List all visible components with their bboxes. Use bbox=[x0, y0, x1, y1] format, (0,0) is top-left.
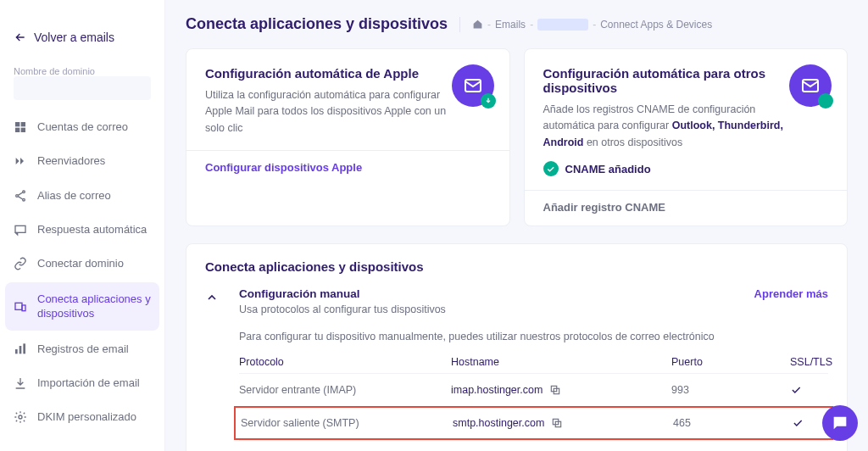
gear-icon bbox=[14, 410, 29, 424]
card-apple-autoconfig: Configuración automática de Apple Utiliz… bbox=[186, 48, 510, 226]
download-icon bbox=[14, 376, 29, 390]
sidebar-item-connect-domain[interactable]: Conectar dominio bbox=[0, 247, 164, 281]
manual-config-section: Conecta aplicaciones y dispositivos Conf… bbox=[186, 243, 848, 451]
sidebar-item-label: DKIM personalizado bbox=[37, 410, 136, 424]
svg-rect-3 bbox=[21, 128, 25, 132]
sidebar-item-label: Alias de correo bbox=[37, 189, 111, 203]
cell-ssl bbox=[790, 384, 828, 396]
chevron-up-icon bbox=[205, 291, 225, 304]
col-header-hostname: Hostname bbox=[451, 356, 671, 368]
copy-icon[interactable] bbox=[549, 384, 561, 396]
sidebar-item-connect-apps[interactable]: Conecta aplicaciones y dispositivos bbox=[5, 282, 159, 331]
svg-point-13 bbox=[19, 415, 22, 419]
back-to-emails-link[interactable]: Volver a emails bbox=[0, 15, 164, 56]
svg-point-6 bbox=[23, 198, 25, 201]
cell-protocol: Servidor entrante (IMAP) bbox=[239, 384, 451, 396]
card-title: Configuración automática de Apple bbox=[205, 66, 491, 81]
table-row: Servidor entrante (IMAP) imap.hostinger.… bbox=[239, 373, 828, 406]
domain-name-value[interactable] bbox=[14, 76, 151, 100]
sidebar-item-label: Registros de email bbox=[37, 342, 129, 356]
arrow-left-icon bbox=[14, 31, 27, 44]
message-icon bbox=[14, 223, 29, 237]
svg-rect-2 bbox=[15, 128, 19, 132]
mail-icon bbox=[452, 64, 494, 107]
cell-hostname: smtp.hostinger.com bbox=[453, 417, 544, 429]
svg-rect-11 bbox=[19, 346, 22, 354]
card-other-autoconfig: Configuración automática para otros disp… bbox=[524, 48, 849, 226]
cell-ssl bbox=[792, 417, 826, 429]
mail-icon bbox=[789, 64, 832, 107]
svg-point-5 bbox=[16, 194, 19, 197]
status-badge-icon bbox=[818, 93, 833, 109]
card-desc: Utiliza la configuración automática para… bbox=[205, 87, 459, 136]
manual-config-subtitle: Usa protocolos al configurar tus disposi… bbox=[239, 303, 446, 315]
breadcrumb-domain[interactable] bbox=[537, 19, 588, 31]
link-icon bbox=[14, 257, 29, 270]
breadcrumb-current: Connect Apps & Devices bbox=[600, 19, 712, 31]
check-circle-icon bbox=[543, 161, 559, 176]
download-badge-icon bbox=[481, 93, 496, 109]
sidebar-item-import[interactable]: Importación de email bbox=[0, 366, 164, 400]
sidebar-item-label: Conecta aplicaciones y dispositivos bbox=[37, 292, 151, 320]
breadcrumb-emails[interactable]: Emails bbox=[495, 19, 526, 31]
svg-rect-10 bbox=[15, 349, 18, 354]
sidebar-item-label: Conectar dominio bbox=[37, 257, 124, 270]
sidebar: Volver a emails Nombre de dominio Cuenta… bbox=[0, 0, 165, 451]
cell-port: 465 bbox=[673, 417, 792, 429]
section-title: Conecta aplicaciones y dispositivos bbox=[205, 259, 828, 274]
page-title: Conecta aplicaciones y dispositivos bbox=[186, 15, 448, 33]
chat-support-button[interactable] bbox=[822, 405, 858, 441]
home-icon[interactable] bbox=[472, 19, 483, 30]
add-cname-link[interactable]: Añadir registro CNAME bbox=[543, 201, 829, 214]
col-header-ssl: SSL/TLS bbox=[790, 356, 837, 368]
sidebar-item-email-logs[interactable]: Registros de email bbox=[0, 332, 164, 366]
col-header-protocol: Protocolo bbox=[239, 356, 451, 368]
sidebar-item-label: Importación de email bbox=[37, 376, 140, 390]
table-row: Servidor entrante (POP) pop.hostinger.co… bbox=[239, 440, 828, 451]
cell-hostname: imap.hostinger.com bbox=[451, 384, 542, 396]
sidebar-item-label: Cuentas de correo bbox=[37, 120, 128, 134]
chat-icon bbox=[831, 414, 849, 432]
cell-protocol: Servidor saliente (SMTP) bbox=[241, 417, 453, 429]
domain-name-label: Nombre de dominio bbox=[0, 56, 164, 76]
sidebar-item-autoresponder[interactable]: Respuesta automática bbox=[0, 213, 164, 247]
sidebar-item-label: Reenviadores bbox=[37, 154, 105, 168]
table-row: Servidor saliente (SMTP) smtp.hostinger.… bbox=[234, 406, 833, 440]
configure-apple-link[interactable]: Configurar dispositivos Apple bbox=[205, 161, 491, 174]
sidebar-item-forwarders[interactable]: Reenviadores bbox=[0, 144, 164, 178]
share-icon bbox=[14, 189, 29, 203]
svg-rect-9 bbox=[22, 305, 25, 311]
sidebar-item-accounts[interactable]: Cuentas de correo bbox=[0, 110, 164, 144]
breadcrumb: - Emails - - Connect Apps & Devices bbox=[472, 19, 712, 31]
forward-icon bbox=[14, 154, 29, 168]
bar-chart-icon bbox=[14, 342, 29, 356]
sidebar-item-dkim[interactable]: DKIM personalizado bbox=[0, 400, 164, 434]
copy-icon[interactable] bbox=[551, 417, 563, 429]
svg-rect-1 bbox=[21, 122, 25, 126]
protocol-table: Protocolo Hostname Puerto SSL/TLS Servid… bbox=[205, 353, 828, 451]
card-desc: Añade los registros CNAME de configuraci… bbox=[543, 102, 798, 151]
svg-rect-7 bbox=[15, 226, 25, 232]
col-header-port: Puerto bbox=[671, 356, 790, 368]
collapse-toggle[interactable] bbox=[205, 287, 225, 304]
manual-note: Para configurar tu dispositivo manualmen… bbox=[239, 331, 828, 342]
main-content: Conecta aplicaciones y dispositivos - Em… bbox=[165, 0, 868, 451]
svg-rect-12 bbox=[23, 343, 25, 354]
svg-point-4 bbox=[23, 191, 25, 193]
sidebar-item-label: Respuesta automática bbox=[37, 223, 147, 237]
manual-config-title: Configuración manual bbox=[239, 287, 446, 300]
card-title: Configuración automática para otros disp… bbox=[543, 66, 829, 95]
svg-rect-8 bbox=[15, 303, 22, 309]
accounts-icon bbox=[14, 120, 29, 134]
learn-more-link[interactable]: Aprender más bbox=[754, 287, 828, 300]
svg-rect-0 bbox=[15, 122, 19, 126]
sidebar-item-aliases[interactable]: Alias de correo bbox=[0, 179, 164, 213]
devices-icon bbox=[14, 300, 29, 314]
cell-port: 993 bbox=[671, 384, 790, 396]
cname-added-label: CNAME añadido bbox=[565, 163, 651, 175]
back-link-label: Volver a emails bbox=[34, 31, 114, 44]
